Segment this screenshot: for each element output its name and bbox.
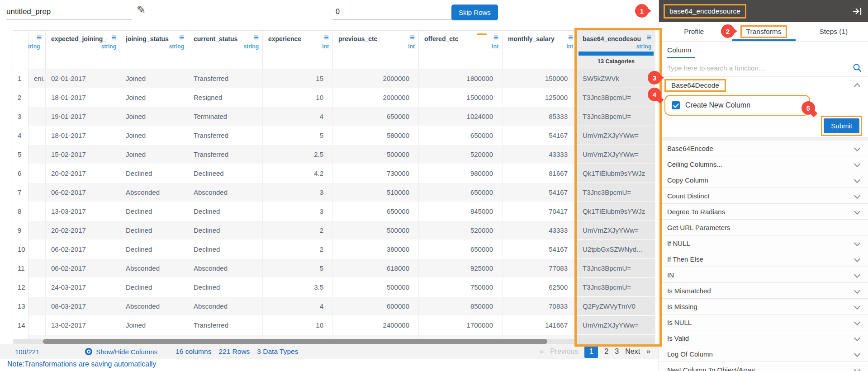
horizontal-scrollbar-thumb[interactable]: [43, 339, 547, 344]
cell-experience[interactable]: 5: [263, 259, 333, 278]
cell-previous_ctc[interactable]: 500000: [333, 145, 419, 164]
prep-name-input[interactable]: untitled_prep: [6, 5, 132, 19]
tab-profile[interactable]: Profile: [659, 22, 729, 41]
cell-clipped[interactable]: [28, 126, 46, 145]
cell-joining_status[interactable]: Joined: [120, 126, 188, 145]
cell-experience[interactable]: 10: [263, 88, 333, 107]
cell-joining_status[interactable]: Joined: [120, 88, 188, 107]
cell-base64_encodesou...[interactable]: Q2FyZWVyTmV0: [577, 297, 655, 316]
function-item[interactable]: Is Missing: [659, 299, 868, 315]
cell-current_status[interactable]: Absconded: [188, 259, 263, 278]
cell-previous_ctc[interactable]: 580000: [333, 126, 419, 145]
cell-clipped[interactable]: [28, 183, 46, 202]
cell-joining_status[interactable]: Joined: [120, 145, 188, 164]
cell-rownum[interactable]: 14: [13, 316, 28, 335]
cell-joining_status[interactable]: Declined: [120, 164, 188, 183]
cell-joining_status[interactable]: Joined: [120, 316, 188, 335]
pagination-first[interactable]: «: [540, 348, 544, 356]
cell-monthly_salary[interactable]: 54167: [503, 240, 577, 259]
cell-monthly_salary[interactable]: 70417: [503, 202, 577, 221]
cell-expected_joining_d...[interactable]: 06-02-2017: [46, 259, 120, 278]
cell-monthly_salary[interactable]: 70833: [503, 297, 577, 316]
create-new-column-option[interactable]: Create New Column: [664, 95, 810, 116]
cell-expected_joining_d...[interactable]: 06-02-2017: [46, 183, 120, 202]
function-item[interactable]: If NULL: [659, 235, 868, 251]
cell-previous_ctc[interactable]: 500000: [333, 278, 419, 297]
column-menu-icon[interactable]: ≡: [254, 33, 259, 42]
cell-previous_ctc[interactable]: 650000: [333, 107, 419, 126]
column-header-base64_encodesou...[interactable]: base64_encodesou...≡string13 Catagories: [577, 31, 655, 69]
cell-offered_ctc[interactable]: 650000: [419, 126, 503, 145]
search-icon[interactable]: [852, 63, 862, 73]
cell-joining_status[interactable]: Absconded: [120, 183, 188, 202]
function-search-input[interactable]: Type here to search a function....: [667, 64, 766, 72]
function-item[interactable]: Nest Column To Object/Array: [659, 362, 868, 371]
cell-experience[interactable]: 15: [263, 69, 333, 88]
cell-offered_ctc[interactable]: 650000: [419, 240, 503, 259]
function-item[interactable]: IN: [659, 267, 868, 283]
cell-expected_joining_d...[interactable]: 06-02-2017: [46, 240, 120, 259]
column-menu-icon[interactable]: ≡: [493, 33, 498, 42]
cell-monthly_salary[interactable]: 81667: [503, 164, 577, 183]
function-item[interactable]: Ceiling Columns...: [659, 156, 868, 172]
cell-previous_ctc[interactable]: 650000: [333, 202, 419, 221]
cell-clipped[interactable]: [28, 202, 46, 221]
column-menu-icon[interactable]: ≡: [410, 33, 415, 42]
cell-expected_joining_d...[interactable]: 24-03-2017: [46, 278, 120, 297]
cell-clipped[interactable]: [28, 240, 46, 259]
cell-current_status[interactable]: Transferred: [188, 316, 263, 335]
column-header-clipped[interactable]: ≡string: [28, 31, 46, 69]
horizontal-scrollbar[interactable]: [13, 339, 655, 344]
column-header-offered_ctc[interactable]: offered_ctc≡int: [419, 31, 503, 69]
cell-rownum[interactable]: 1: [13, 69, 28, 88]
cell-rownum[interactable]: 2: [13, 88, 28, 107]
cell-experience[interactable]: 5: [263, 126, 333, 145]
cell-current_status[interactable]: Declined: [188, 240, 263, 259]
submit-button[interactable]: Submit: [824, 118, 859, 133]
pagination-page-2[interactable]: 2: [604, 348, 608, 356]
cell-offered_ctc[interactable]: 750000: [419, 278, 503, 297]
cell-rownum[interactable]: 5: [13, 145, 28, 164]
cell-base64_encodesou...[interactable]: UmVmZXJyYWw=: [577, 126, 655, 145]
pagination-last[interactable]: »: [646, 348, 650, 356]
cell-previous_ctc[interactable]: 2000000: [333, 69, 419, 88]
cell-base64_encodesou...[interactable]: UmVmZXJyYWw=: [577, 316, 655, 335]
cell-joining_status[interactable]: Absconded: [120, 297, 188, 316]
cell-current_status[interactable]: Transferred: [188, 145, 263, 164]
cell-expected_joining_d...[interactable]: 18-01-2017: [46, 88, 120, 107]
cell-rownum[interactable]: 10: [13, 240, 28, 259]
cell-joining_status[interactable]: Declined: [120, 278, 188, 297]
column-menu-icon[interactable]: ≡: [324, 33, 329, 42]
cell-base64_encodesou...[interactable]: UmVmZXJyYWw=: [577, 145, 655, 164]
cell-offered_ctc[interactable]: 520000: [419, 221, 503, 240]
cell-rownum[interactable]: 11: [13, 259, 28, 278]
column-header-joining_status[interactable]: joining_status≡string: [120, 31, 188, 69]
cell-rownum[interactable]: 6: [13, 164, 28, 183]
column-menu-icon[interactable]: ≡: [37, 33, 42, 42]
cell-current_status[interactable]: Absconded: [188, 183, 263, 202]
function-base64decode[interactable]: Base64Decode: [659, 77, 868, 94]
cell-current_status[interactable]: Transferred: [188, 126, 263, 145]
function-item[interactable]: Degree To Radians: [659, 204, 868, 220]
cell-offered_ctc[interactable]: 850000: [419, 297, 503, 316]
cell-current_status[interactable]: Transferred: [188, 69, 263, 88]
cell-expected_joining_d...[interactable]: 13-02-2017: [46, 316, 120, 335]
cell-previous_ctc[interactable]: 500000: [333, 221, 419, 240]
cell-clipped[interactable]: [28, 164, 46, 183]
cell-rownum[interactable]: 3: [13, 107, 28, 126]
cell-expected_joining_d...[interactable]: 02-01-2017: [46, 69, 120, 88]
pagination-next[interactable]: Next: [625, 348, 640, 356]
edit-pencil-icon[interactable]: ✎: [137, 4, 146, 16]
cell-experience[interactable]: 10: [263, 316, 333, 335]
column-menu-icon[interactable]: ≡: [111, 33, 116, 42]
cell-offered_ctc[interactable]: 650000: [419, 183, 503, 202]
column-header-previous_ctc[interactable]: previous_ctc≡int: [333, 31, 419, 69]
cell-experience[interactable]: 4: [263, 297, 333, 316]
cell-offered_ctc[interactable]: 1700000: [419, 316, 503, 335]
cell-previous_ctc[interactable]: 730000: [333, 164, 419, 183]
column-menu-icon[interactable]: ≡: [646, 33, 651, 42]
cell-previous_ctc[interactable]: 510000: [333, 183, 419, 202]
cell-offered_ctc[interactable]: 1024000: [419, 107, 503, 126]
function-item[interactable]: If Then Else: [659, 251, 868, 267]
cell-experience[interactable]: 3: [263, 202, 333, 221]
